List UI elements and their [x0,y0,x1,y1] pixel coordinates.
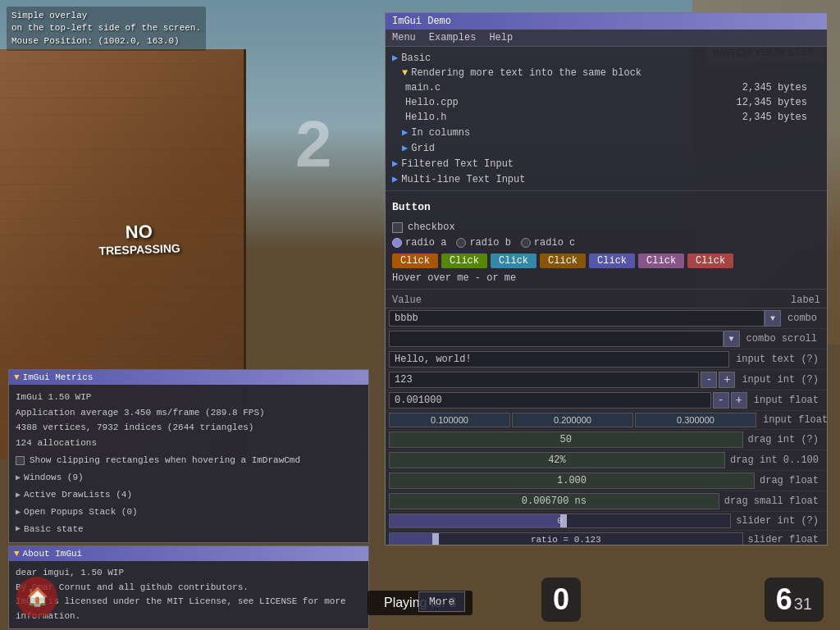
imgui-demo-content[interactable]: ▶ Basic ▼ Rendering more text into the s… [386,47,827,545]
more-button[interactable]: More [418,591,465,612]
imgui-about-title[interactable]: ▼ About ImGui [9,546,368,561]
input-text-field[interactable] [389,351,729,368]
demo-tree-filtered[interactable]: ▶ Filtered Text Input [386,156,827,171]
score-main: 6 [776,582,792,617]
float3-field-0[interactable] [389,413,510,427]
combo-scroll-row[interactable]: ▼ combo scroll [386,329,827,349]
value-header-row: Value label [386,293,827,308]
checkbox-line[interactable]: checkbox [386,220,827,235]
demo-tree-rendering-text[interactable]: ▼ Rendering more text into the same bloc… [386,66,827,80]
imgui-menubar: Menu Examples Help [386,30,827,47]
about-collapse-arrow[interactable]: ▼ [14,549,20,559]
drag-small-float-row[interactable]: 0.006700 ns drag small float [386,491,827,512]
metrics-tree-basic[interactable]: ▶ Basic state [16,521,362,538]
imgui-metrics-title[interactable]: ▼ ImGui Metrics [9,370,368,385]
ammo-display: 0 [541,578,581,622]
combo-scroll-label: combo scroll [740,333,824,345]
radio-a[interactable]: radio a [392,237,446,249]
demo-tree-columns[interactable]: ▶ In columns [386,125,827,140]
overlay-text: Simple overlay on the top-left side of t… [7,7,206,51]
click-btn-5[interactable]: Click [638,253,684,268]
click-btn-3[interactable]: Click [540,253,586,268]
imgui-metrics-content: ImGui 1.50 WIP Application average 3.450… [9,385,368,542]
separator-1 [386,190,827,191]
basic-arrow-icon: ▶ [392,52,398,64]
buttons-section: Button [386,194,827,220]
slider-int-value: 0 [390,516,730,526]
show-clipping-checkbox[interactable] [16,456,25,465]
menu-examples[interactable]: Examples [429,32,477,43]
drag-int-range-label: drag int 0..100 [725,454,824,466]
kill-icon: 🏠 [16,577,57,618]
demo-tree-multiline[interactable]: ▶ Multi-line Text Input [386,171,827,187]
drag-float-field[interactable]: 1.000 [389,472,755,489]
hud-bottom: 🏠 0 6 31 Playing to: 3 More [0,564,840,630]
click-btn-2[interactable]: Click [491,253,536,268]
imgui-metrics-panel: ▼ ImGui Metrics ImGui 1.50 WIP Applicati… [8,369,369,543]
click-btn-6[interactable]: Click [687,253,733,268]
drawlists-arrow: ▶ [16,488,21,502]
slider-float-row[interactable]: ratio = 0.123 slider float [386,531,827,545]
combo-row[interactable]: ▼ combo [386,308,827,329]
input-float-label: input float [749,395,824,406]
input-int-row[interactable]: - + input int (?) [386,370,827,390]
click-btn-4[interactable]: Click [589,253,635,268]
input-text-row[interactable]: input text (?) [386,349,827,370]
metrics-collapse-arrow[interactable]: ▼ [14,372,20,382]
radio-b[interactable]: radio b [456,237,510,249]
float3-field-2[interactable] [635,413,756,427]
menu-help[interactable]: Help [489,32,513,43]
drag-int-range-row[interactable]: 42% drag int 0..100 [386,450,827,471]
click-btn-0[interactable]: Click [392,253,438,268]
drag-int-row[interactable]: 50 drag int (?) [386,430,827,450]
input-float-plus[interactable]: + [731,392,747,409]
input-float-field[interactable] [389,392,711,409]
score-sub: 31 [794,595,812,614]
drag-small-float-field[interactable]: 0.006700 ns [389,493,719,509]
input-int-plus[interactable]: + [719,372,735,388]
value-header: Value [392,294,791,306]
input-float-row[interactable]: - + input float [386,390,827,411]
columns-arrow-icon: ▶ [402,126,408,139]
radio-c[interactable]: radio c [521,237,575,249]
input-int-minus[interactable]: - [701,372,717,388]
click-btn-1[interactable]: Click [441,253,487,268]
float3-label: input float3 [758,414,827,426]
demo-checkbox[interactable] [392,222,403,233]
input-float3-row[interactable]: input float3 [386,411,827,430]
radio-group[interactable]: radio a radio b radio c [386,235,827,251]
demo-tree-grid[interactable]: ▶ Grid [386,140,827,156]
radio-c-circle[interactable] [521,238,531,248]
slider-int-track[interactable]: 0 [389,514,731,528]
float3-field-1[interactable] [512,413,633,427]
drag-float-row[interactable]: 1.000 drag float [386,471,827,491]
drag-int-field[interactable]: 50 [389,431,743,448]
metrics-tree-popups[interactable]: ▶ Open Popups Stack (0) [16,504,362,521]
drag-small-float-label: drag small float [719,495,824,507]
metrics-tree-drawlists[interactable]: ▶ Active DrawLists (4) [16,486,362,504]
windows-arrow: ▶ [16,471,21,485]
slider-float-track[interactable]: ratio = 0.123 [389,532,743,545]
color-buttons-row: Click Click Click Click Click Click Clic… [386,251,827,271]
imgui-demo-title: ImGui Demo [386,13,827,30]
demo-tree-basic[interactable]: ▶ Basic [386,50,827,66]
metrics-tree-windows[interactable]: ▶ Windows (9) [16,469,362,486]
radio-b-circle[interactable] [456,238,466,248]
combo-input[interactable] [389,310,765,326]
demo-file-hellocpp: Hello.cpp 12,345 bytes [386,95,827,110]
menu-menu[interactable]: Menu [392,32,416,43]
input-float-minus[interactable]: - [713,392,729,409]
grid-arrow-icon: ▶ [402,142,408,154]
separator-2 [386,289,827,290]
multiline-arrow-icon: ▶ [392,173,398,185]
hover-text: Hover over me - or me [386,271,827,285]
input-int-field[interactable] [389,372,699,388]
buttons-label: Button [392,198,820,217]
drag-int-range-field[interactable]: 42% [389,452,725,468]
show-clipping-row[interactable]: Show clipping rectangles when hovering a… [16,451,362,470]
radio-a-circle[interactable] [392,238,402,248]
combo-dropdown-btn[interactable]: ▼ [765,310,781,326]
slider-int-row[interactable]: 0 slider int (?) [386,512,827,531]
no-trespassing-sign: NO TRESPASSING [98,220,180,258]
combo-scroll-dropdown-btn[interactable]: ▼ [724,331,740,347]
